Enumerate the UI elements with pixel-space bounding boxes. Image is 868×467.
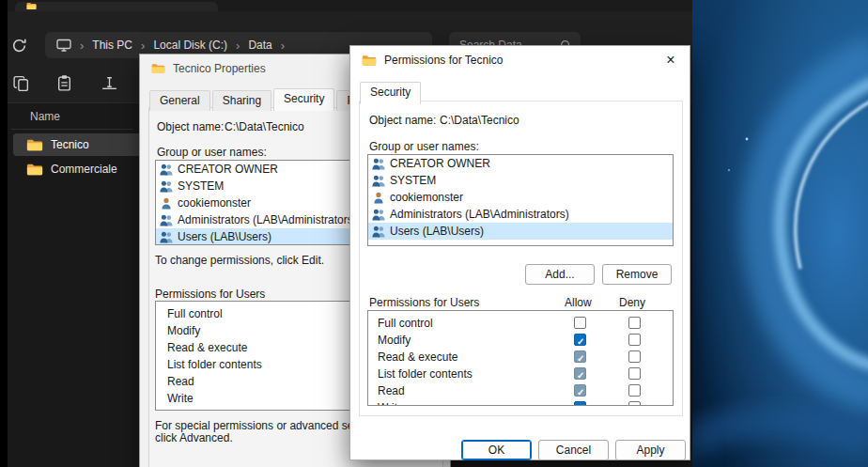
- group-names-label: Group or user names:: [157, 146, 267, 159]
- permissions-for-users-label: Permissions for Users: [369, 296, 479, 309]
- group-item[interactable]: SYSTEM: [368, 172, 673, 189]
- group-name: cookiemonster: [178, 196, 251, 210]
- deny-checkbox[interactable]: [628, 317, 641, 329]
- allow-checkbox[interactable]: [574, 334, 586, 346]
- window-title: Tecnico Properties: [173, 62, 266, 75]
- permissions-titlebar[interactable]: Permissions for Tecnico ×: [350, 46, 690, 74]
- permission-row: Read & execute: [368, 349, 673, 366]
- tab-security[interactable]: Security: [273, 88, 334, 111]
- tab-general[interactable]: General: [149, 90, 210, 111]
- group-name: SYSTEM: [390, 174, 436, 187]
- allow-checkbox[interactable]: [574, 401, 586, 406]
- group-name: CREATOR OWNER: [178, 163, 278, 176]
- deny-checkbox[interactable]: [628, 401, 641, 406]
- ok-button[interactable]: OK: [461, 440, 532, 460]
- folder-icon: [362, 54, 377, 67]
- deny-checkbox[interactable]: [628, 367, 641, 380]
- group-name: Users (LAB\Users): [178, 230, 271, 243]
- apply-button[interactable]: Apply: [615, 440, 686, 460]
- explorer-tab[interactable]: [15, 2, 218, 11]
- close-button[interactable]: ×: [659, 51, 682, 70]
- folder-icon: [26, 163, 43, 177]
- tab-sharing[interactable]: Sharing: [212, 90, 271, 111]
- edit-hint: To change permissions, click Edit.: [155, 254, 324, 267]
- refresh-button[interactable]: [11, 38, 28, 54]
- cancel-button[interactable]: Cancel: [538, 440, 609, 460]
- group-name: SYSTEM: [178, 179, 224, 193]
- group-item-selected[interactable]: Users (LAB\Users): [368, 223, 673, 240]
- permissions-dialog: Permissions for Tecnico × Security Objec…: [349, 45, 690, 460]
- deny-checkbox[interactable]: [628, 350, 641, 363]
- add-button[interactable]: Add...: [525, 264, 595, 285]
- column-separator: [11, 129, 133, 130]
- permission-row: Read: [368, 382, 673, 399]
- group-icon: [160, 163, 173, 176]
- folder-icon: [26, 2, 37, 10]
- permission-name: Write: [378, 401, 404, 406]
- group-name: CREATOR OWNER: [390, 157, 490, 170]
- permission-name: Read & execute: [167, 341, 247, 354]
- permission-name: Read: [378, 384, 405, 397]
- group-icon: [372, 226, 385, 238]
- group-icon: [372, 209, 385, 221]
- permission-name: Read: [167, 375, 194, 388]
- allow-checkbox[interactable]: [574, 367, 586, 380]
- permission-row: Full control: [368, 315, 673, 332]
- group-name: Users (LAB\Users): [390, 225, 484, 238]
- group-item[interactable]: cookiemonster: [368, 189, 673, 206]
- permission-name: Write: [167, 392, 194, 405]
- group-icon: [372, 158, 385, 170]
- explorer-tabstrip: [0, 0, 692, 11]
- group-list: CREATOR OWNER SYSTEM cookiemonster Admin…: [367, 154, 674, 246]
- group-name: Administrators (LAB\Administrators): [390, 208, 569, 221]
- group-item[interactable]: Administrators (LAB\Administrators): [368, 206, 673, 223]
- file-name: Tecnico: [51, 138, 89, 151]
- refresh-icon: [11, 38, 27, 54]
- allow-checkbox[interactable]: [574, 350, 586, 363]
- window-title: Permissions for Tecnico: [384, 54, 504, 67]
- desktop: › This PC › Local Disk (C:) › Data › Sea…: [0, 0, 868, 467]
- group-item[interactable]: CREATOR OWNER: [368, 155, 673, 172]
- close-icon: ×: [666, 52, 674, 68]
- deny-checkbox[interactable]: [628, 384, 641, 397]
- allow-checkbox[interactable]: [574, 317, 586, 329]
- permission-name: List folder contents: [378, 367, 473, 381]
- permission-name: Modify: [167, 324, 200, 337]
- rename-button[interactable]: [96, 70, 122, 96]
- object-name-value: C:\Data\Tecnico: [440, 114, 519, 127]
- allow-checkbox[interactable]: [574, 384, 586, 397]
- group-icon: [160, 180, 173, 193]
- deny-checkbox[interactable]: [628, 334, 641, 346]
- allow-column-header: Allow: [565, 296, 592, 309]
- object-name-label: Object name:: [157, 120, 224, 133]
- permission-name: List folder contents: [167, 358, 262, 371]
- permission-row: List folder contents: [368, 366, 673, 382]
- chevron-right-icon: ›: [236, 39, 240, 53]
- permissions-for-users-label: Permissions for Users: [155, 288, 265, 301]
- group-name: cookiemonster: [390, 191, 463, 204]
- folder-icon: [151, 63, 165, 74]
- this-pc-icon: [56, 39, 71, 52]
- copy-button[interactable]: [8, 70, 34, 96]
- column-header-name[interactable]: Name: [30, 110, 60, 123]
- permission-name: Full control: [167, 307, 223, 320]
- user-icon: [372, 192, 385, 204]
- permission-name: Full control: [378, 317, 433, 330]
- paste-icon: [55, 74, 73, 92]
- breadcrumb-local-disk[interactable]: Local Disk (C:): [153, 39, 227, 52]
- screen-edge: [0, 0, 8, 467]
- group-name: Administrators (LAB\Administrators): [178, 213, 357, 226]
- chevron-right-icon: ›: [141, 39, 145, 53]
- rename-icon: [101, 74, 118, 92]
- paste-button[interactable]: [51, 70, 77, 96]
- remove-button[interactable]: Remove: [602, 264, 672, 285]
- advanced-hint-line2: click Advanced.: [155, 431, 233, 444]
- tab-security[interactable]: Security: [360, 82, 421, 104]
- file-name: Commerciale: [51, 163, 117, 176]
- copy-icon: [12, 74, 30, 92]
- permission-row: Modify: [368, 332, 673, 349]
- permission-entries-list: Full control Modify Read & execute List …: [367, 310, 674, 406]
- breadcrumb-this-pc[interactable]: This PC: [92, 39, 132, 52]
- user-icon: [160, 197, 173, 210]
- breadcrumb-data[interactable]: Data: [248, 39, 271, 52]
